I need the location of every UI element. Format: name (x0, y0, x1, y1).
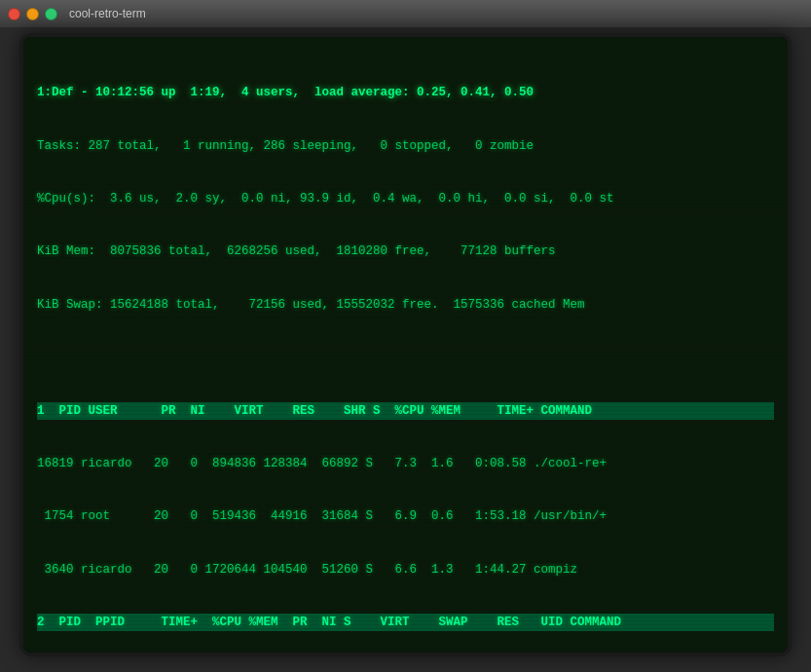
s1-row-2: 3640 ricardo 20 0 1720644 104540 51260 S… (37, 561, 774, 579)
s1-row-0: 16819 ricardo 20 0 894836 128384 66892 S… (37, 455, 774, 472)
section1-header: 1 PID USER PR NI VIRT RES SHR S %CPU %ME… (37, 402, 774, 420)
swap-line: KiB Swap: 15624188 total, 72156 used, 15… (37, 296, 774, 314)
mem-line: KiB Mem: 8075836 total, 6268256 used, 18… (37, 243, 774, 260)
close-button[interactable] (8, 8, 20, 20)
cpu-line: %Cpu(s): 3.6 us, 2.0 sy, 0.0 ni, 93.9 id… (37, 190, 774, 207)
terminal-screen: 1:Def - 10:12:56 up 1:19, 4 users, load … (23, 37, 788, 653)
s1-row-1: 1754 root 20 0 519436 44916 31684 S 6.9 … (37, 507, 774, 525)
section2-header: 2 PID PPID TIME+ %CPU %MEM PR NI S VIRT … (37, 614, 774, 631)
tasks-line: Tasks: 287 total, 1 running, 286 sleepin… (37, 137, 774, 155)
minimize-button[interactable] (26, 8, 39, 20)
crt-monitor: 1:Def - 10:12:56 up 1:19, 4 users, load … (19, 33, 792, 656)
window-title: cool-retro-term (69, 7, 146, 20)
terminal-output: 1:Def - 10:12:56 up 1:19, 4 users, load … (37, 49, 774, 653)
title-bar: cool-retro-term (0, 0, 811, 27)
top-status-line: 1:Def - 10:12:56 up 1:19, 4 users, load … (37, 84, 774, 101)
maximize-button[interactable] (45, 8, 57, 20)
